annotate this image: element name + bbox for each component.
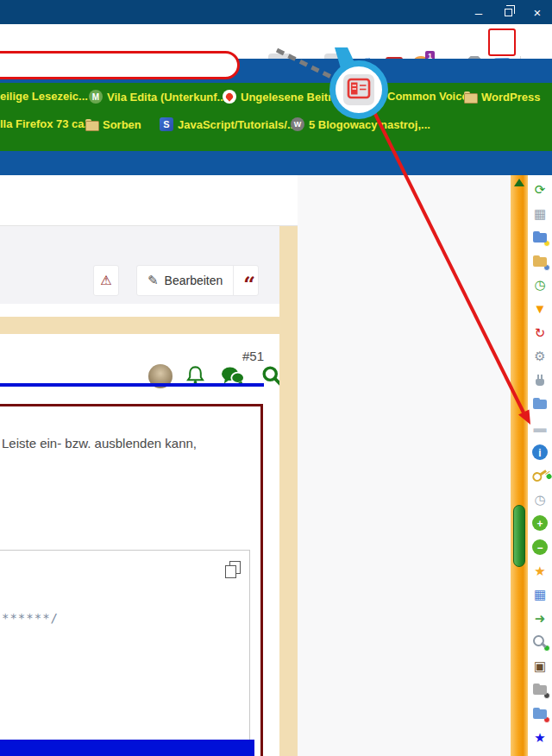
- folder-favicon: [85, 117, 98, 131]
- folder-edit-icon[interactable]: [532, 682, 548, 697]
- forward-arrow-icon[interactable]: ➜: [532, 611, 548, 627]
- zoom-out-icon[interactable]: −: [532, 539, 548, 555]
- site-header: [0, 175, 298, 226]
- folder-open-icon[interactable]: [532, 396, 548, 412]
- bookmarks-toolbar: eilige Lesezeic... M Vila Edita (Unterku…: [0, 83, 552, 151]
- address-bar[interactable]: [0, 51, 240, 79]
- sync-icon[interactable]: ⟳: [532, 182, 548, 198]
- quote-button[interactable]: “: [233, 266, 255, 295]
- report-warning-button[interactable]: ⚠: [93, 265, 119, 296]
- folder-new-icon[interactable]: [532, 230, 548, 245]
- folder-favicon: [463, 90, 477, 104]
- bookmark-item[interactable]: M Vila Edita (Unterkunf...: [89, 90, 226, 104]
- plug-icon[interactable]: [532, 373, 548, 388]
- notifications-bell-button[interactable]: [184, 364, 207, 391]
- tray-icon[interactable]: ▬: [532, 420, 548, 436]
- bookmark-item[interactable]: W 5 Blogowacy nastroj,...: [291, 117, 430, 131]
- post-divider-line: [0, 383, 264, 387]
- post-separator-band: [0, 317, 298, 334]
- briefcase-icon[interactable]: ▣: [532, 658, 548, 674]
- browser-toolbar: ☆ XA 1: [0, 24, 552, 59]
- code-text: ******/: [2, 611, 59, 625]
- calendar-star-icon[interactable]: ▦: [532, 587, 548, 602]
- messages-button[interactable]: [220, 364, 246, 391]
- quote-icon: “: [243, 280, 255, 290]
- restore-icon: [505, 9, 512, 16]
- image-card-icon[interactable]: ▦: [532, 206, 548, 222]
- bookmark-item[interactable]: lla Firefox 73 ca...: [0, 117, 93, 130]
- clock-minus-icon[interactable]: ◷: [532, 492, 548, 507]
- code-block: [0, 550, 250, 756]
- browser-window: – × ☆: [0, 0, 552, 756]
- quote-text: Leiste ein- bzw. ausblenden kann,: [2, 436, 260, 450]
- warning-icon: ⚠: [100, 273, 111, 288]
- theme-strip-bottom: [0, 151, 552, 175]
- bookmark-item[interactable]: WordPress: [463, 90, 540, 104]
- copy-code-button[interactable]: [224, 561, 242, 578]
- window-maximize-button[interactable]: [493, 0, 523, 24]
- star-orange-icon[interactable]: ★: [532, 564, 548, 579]
- download-arrow-icon[interactable]: ▼: [532, 301, 548, 317]
- info-icon[interactable]: i: [532, 444, 548, 460]
- bookmark-item[interactable]: eilige Lesezeic...: [0, 90, 88, 103]
- folder-user-icon[interactable]: [532, 254, 548, 269]
- letter-m-favicon: M: [89, 90, 103, 104]
- pencil-icon: ✎: [147, 273, 159, 288]
- next-post-divider-line: [0, 740, 254, 756]
- bookmark-item[interactable]: Ungelesene Beiträg: [223, 90, 345, 104]
- edit-quote-button-group: ✎ Bearbeiten “: [136, 265, 259, 296]
- edit-button[interactable]: ✎ Bearbeiten: [147, 273, 223, 288]
- sidebar-scrollbar[interactable]: [511, 175, 528, 756]
- window-close-button[interactable]: ×: [523, 0, 552, 24]
- wordpress-favicon: W: [291, 117, 304, 131]
- zoom-in-icon[interactable]: +: [532, 515, 548, 531]
- window-titlebar: – ×: [0, 0, 552, 24]
- reload-red-icon[interactable]: ↻: [532, 325, 548, 341]
- window-minimize-button[interactable]: –: [464, 0, 493, 24]
- page-tan-background: [279, 226, 298, 756]
- history-clock-icon[interactable]: ◷: [532, 277, 548, 293]
- bookmark-item[interactable]: S JavaScript/Tutorials/...: [160, 117, 297, 131]
- folder-red-icon[interactable]: [532, 706, 548, 721]
- letter-s-favicon: S: [160, 117, 173, 131]
- star-blue-icon[interactable]: ★: [532, 730, 548, 746]
- scroll-up-arrow-icon[interactable]: [514, 179, 524, 186]
- gears-icon[interactable]: ⚙: [532, 349, 548, 364]
- sidebar-icon-toolbar: ⟳ ▦ ◷ ▼ ↻ ⚙ ▬ i ◷ + − ★ ▦ ➜ ▣ ★: [528, 175, 552, 756]
- post-number[interactable]: #51: [0, 349, 264, 363]
- bookmark-item[interactable]: Sorben: [85, 117, 141, 131]
- bookmark-item[interactable]: Common Voice: [387, 90, 468, 103]
- search-refresh-icon[interactable]: [532, 634, 548, 650]
- scrollbar-thumb[interactable]: [513, 505, 525, 567]
- flame-favicon: [223, 90, 236, 104]
- sidebar-panel: [298, 175, 511, 756]
- key-add-icon[interactable]: [529, 465, 550, 487]
- annotation-red-box: [488, 28, 516, 56]
